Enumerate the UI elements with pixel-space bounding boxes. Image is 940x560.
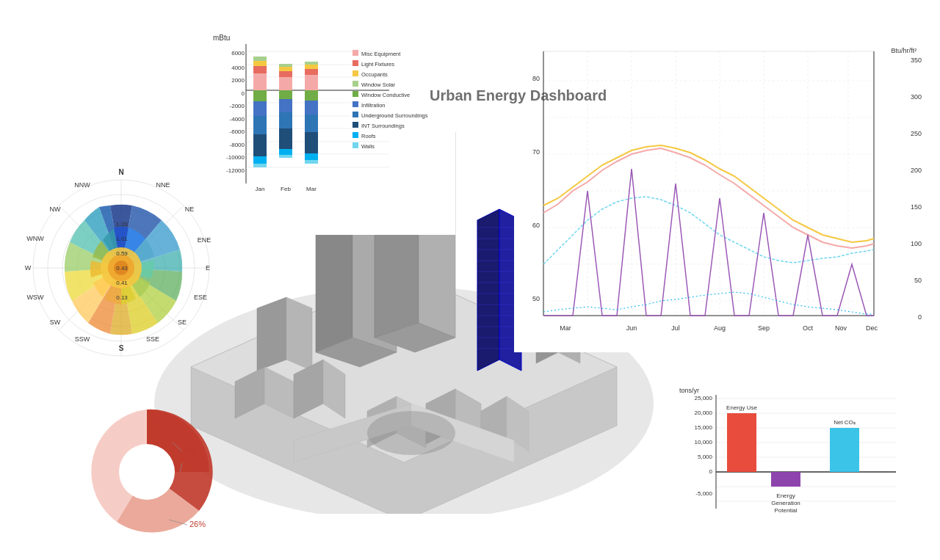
svg-rect-118 [352, 91, 358, 97]
svg-text:-6000: -6000 [230, 128, 245, 135]
svg-text:0.59: 0.59 [116, 250, 128, 257]
svg-text:6000: 6000 [231, 50, 245, 57]
svg-text:WSW: WSW [27, 294, 44, 301]
svg-text:WNW: WNW [26, 235, 44, 242]
svg-rect-128 [352, 142, 358, 148]
svg-rect-99 [305, 65, 318, 69]
svg-rect-122 [352, 112, 358, 117]
svg-rect-106 [305, 160, 318, 164]
svg-text:-2000: -2000 [230, 103, 245, 109]
svg-rect-96 [279, 155, 292, 158]
svg-text:mBtu: mBtu [213, 34, 230, 42]
svg-text:W: W [25, 264, 32, 272]
svg-text:Generation: Generation [771, 500, 800, 506]
svg-text:2000: 2000 [231, 77, 245, 84]
svg-rect-77 [253, 73, 267, 90]
svg-rect-85 [253, 156, 267, 164]
svg-rect-78 [253, 66, 267, 73]
svg-text:Energy Use: Energy Use [726, 404, 757, 411]
svg-rect-105 [305, 153, 318, 160]
svg-text:Misc Equipment: Misc Equipment [361, 51, 401, 57]
energy-generation-chart: tons/yr 25,000 20,000 15,000 10,000 5,00… [676, 384, 918, 545]
svg-text:-4000: -4000 [230, 116, 245, 123]
svg-text:SSW: SSW [75, 335, 90, 343]
svg-text:Feb: Feb [281, 186, 291, 192]
svg-text:-12000: -12000 [226, 167, 245, 174]
svg-text:Window Conductive: Window Conductive [361, 92, 410, 98]
svg-text:4000: 4000 [231, 65, 245, 71]
donut-chart: 42% 32% 26% [73, 399, 220, 545]
svg-rect-116 [352, 81, 358, 87]
svg-text:-5,000: -5,000 [695, 490, 712, 497]
svg-text:Walls: Walls [361, 143, 375, 150]
energy-bar-chart: mBtu 6000 4000 2000 0 -2000 -4000 -6000 … [206, 29, 455, 235]
svg-text:Jul: Jul [671, 324, 680, 332]
svg-text:-10000: -10000 [226, 154, 245, 161]
svg-rect-93 [279, 112, 292, 128]
svg-text:1.23: 1.23 [116, 221, 128, 228]
svg-text:70: 70 [532, 148, 540, 156]
svg-text:150: 150 [911, 203, 922, 211]
svg-rect-103 [305, 114, 318, 132]
svg-text:0: 0 [918, 313, 922, 321]
svg-text:Jan: Jan [256, 186, 265, 192]
svg-text:NNW: NNW [74, 181, 90, 189]
svg-rect-97 [305, 75, 318, 90]
svg-text:50: 50 [914, 277, 922, 284]
wind-rose-chart: 1.23 1.01 0.59 0.43 0.41 0.13 N NNE NE E… [22, 147, 228, 396]
svg-text:Underground Surroundings: Underground Surroundings [361, 112, 428, 119]
svg-text:0.43: 0.43 [116, 265, 128, 272]
svg-text:Window Solar: Window Solar [361, 81, 396, 88]
svg-text:Net CO₂: Net CO₂ [834, 419, 856, 426]
svg-rect-95 [279, 149, 292, 155]
svg-text:Btu/hr/ft²: Btu/hr/ft² [891, 47, 916, 54]
svg-text:Occupants: Occupants [361, 71, 388, 78]
svg-text:SSE: SSE [146, 335, 159, 343]
svg-text:26%: 26% [189, 520, 206, 528]
svg-rect-90 [279, 64, 292, 67]
svg-text:Mar: Mar [306, 186, 317, 192]
svg-point-18 [367, 411, 455, 455]
svg-rect-94 [279, 128, 292, 149]
svg-text:N: N [118, 168, 123, 176]
svg-rect-86 [253, 164, 267, 167]
svg-text:-8000: -8000 [230, 142, 245, 148]
svg-text:250: 250 [911, 130, 922, 137]
svg-text:NW: NW [50, 206, 61, 213]
svg-rect-87 [279, 77, 292, 90]
svg-text:INT Surroundings: INT Surroundings [361, 123, 405, 129]
svg-text:Infiltration: Infiltration [361, 102, 386, 109]
svg-text:300: 300 [911, 93, 922, 101]
svg-text:32%: 32% [182, 457, 198, 466]
svg-text:Roofs: Roofs [361, 133, 376, 139]
svg-text:ENE: ENE [198, 236, 212, 244]
svg-rect-79 [253, 61, 267, 66]
svg-text:Mar: Mar [560, 324, 571, 332]
svg-text:10,000: 10,000 [695, 439, 713, 446]
svg-text:20,000: 20,000 [695, 410, 713, 416]
svg-text:ESE: ESE [194, 294, 207, 301]
svg-point-195 [119, 444, 175, 500]
svg-text:NNE: NNE [156, 181, 170, 189]
svg-text:350: 350 [911, 57, 922, 64]
svg-rect-100 [305, 62, 318, 65]
svg-text:100: 100 [911, 240, 922, 247]
svg-text:Energy: Energy [776, 492, 795, 499]
svg-rect-126 [352, 132, 358, 138]
svg-text:Aug: Aug [714, 324, 726, 332]
svg-text:Dec: Dec [866, 324, 878, 332]
svg-text:NE: NE [185, 206, 195, 213]
svg-text:50: 50 [532, 295, 540, 302]
svg-rect-88 [279, 71, 292, 77]
svg-rect-120 [352, 101, 358, 107]
svg-text:0.41: 0.41 [116, 280, 128, 286]
svg-rect-114 [352, 70, 358, 76]
svg-text:Jun: Jun [626, 324, 637, 332]
svg-text:1.01: 1.01 [116, 236, 128, 242]
svg-rect-102 [305, 101, 318, 114]
svg-text:0: 0 [242, 90, 245, 97]
svg-text:25,000: 25,000 [695, 395, 713, 401]
svg-text:200: 200 [911, 167, 922, 174]
svg-rect-189 [771, 472, 800, 487]
svg-text:60: 60 [532, 222, 540, 229]
